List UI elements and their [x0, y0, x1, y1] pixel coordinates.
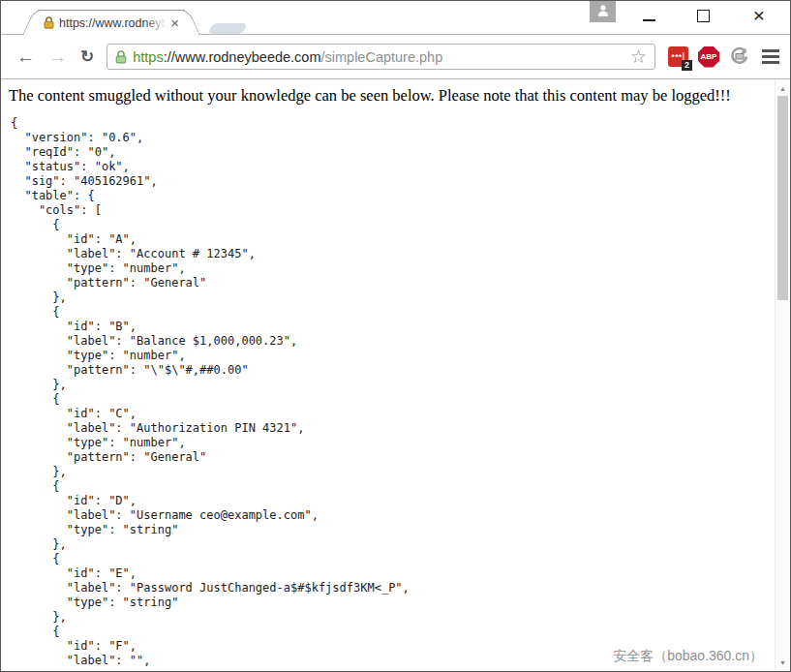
tab-title-fade	[145, 16, 167, 30]
minimize-button[interactable]	[632, 1, 665, 30]
url-scheme: https	[133, 49, 163, 65]
scrollbar[interactable]: ▲ ▼	[775, 79, 790, 671]
title-bar: https://www.rodneyb × ×	[1, 1, 790, 34]
profile-button[interactable]	[590, 1, 616, 22]
scrollbar-down-arrow[interactable]: ▼	[776, 656, 790, 669]
url-path: /simpleCapture.php	[321, 49, 443, 65]
tab-close-button[interactable]: ×	[167, 15, 183, 31]
address-bar[interactable]: https://www.rodneybeede.com/simpleCaptur…	[106, 44, 655, 70]
scrollbar-thumb[interactable]	[777, 96, 788, 300]
secure-lock-icon[interactable]	[115, 50, 127, 64]
page-message: The content smuggled without your knowle…	[1, 79, 790, 106]
abp-label: ABP	[701, 52, 717, 61]
menu-icon	[762, 49, 779, 52]
capture-extension-icon[interactable]	[729, 46, 749, 67]
bookmark-star-icon[interactable]: ☆	[628, 47, 649, 66]
tab-title: https://www.rodneyb	[59, 16, 167, 30]
adblock-plus-extension-icon[interactable]: ABP	[698, 46, 719, 68]
maximize-button[interactable]	[686, 1, 719, 30]
extension-badge: 2	[682, 60, 692, 71]
minimize-icon	[643, 19, 655, 21]
browser-tab[interactable]: https://www.rodneyb ×	[38, 10, 185, 35]
forward-button[interactable]: →	[42, 47, 74, 66]
tab-https-lock-icon	[44, 16, 54, 29]
browser-window: https://www.rodneyb × × ← → ↻	[0, 0, 791, 672]
maximize-icon	[697, 10, 710, 22]
menu-button[interactable]	[760, 46, 781, 68]
url-host: ://www.rodneybeede.com	[164, 49, 321, 65]
profile-avatar-icon	[596, 3, 610, 20]
new-tab-button[interactable]	[207, 23, 248, 34]
watermark: 安全客（bobao.360.cn）	[613, 648, 763, 665]
reload-button[interactable]: ↻	[74, 48, 101, 65]
url-text: https://www.rodneybeede.com/simpleCaptur…	[133, 49, 628, 65]
json-output: { "version": "0.6", "reqId": "0", "statu…	[11, 116, 790, 668]
back-button[interactable]: ←	[10, 47, 42, 66]
close-window-button[interactable]: ×	[743, 1, 776, 30]
scrollbar-up-arrow[interactable]: ▲	[776, 81, 790, 95]
browser-toolbar: ← → ↻ https://www.rodneybeede.com/simple…	[1, 34, 790, 79]
password-manager-extension-icon[interactable]: •••| 2	[668, 46, 688, 67]
page-content: The content smuggled without your knowle…	[1, 79, 790, 671]
